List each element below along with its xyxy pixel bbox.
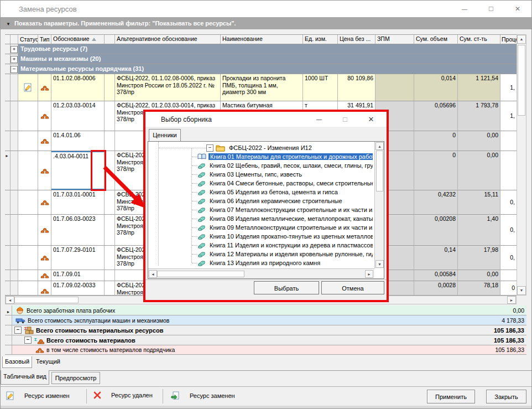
tree-root-fsbc-2022[interactable]: ФСБЦ-2022 - Изменения И12 [149, 143, 373, 152]
group-row-materials[interactable]: Материальные ресурсы подрядчика (31) [5, 64, 517, 74]
tree-item-book-10[interactable]: Книга 10 Изделия прокатно-тянутые из цве… [149, 232, 373, 241]
expand-minus-icon[interactable] [11, 66, 18, 73]
summary-row-machines[interactable]: Всего стоимость эксплуатации машин и мех… [5, 315, 526, 325]
summary-row-materials[interactable]: Σ Всего стоимость материалов 105 186,33 [5, 335, 526, 345]
tree-item-label: Книга 01 Материалы для строительных и до… [208, 153, 373, 160]
tree-vertical-scrollbar[interactable]: ▲ ▼ [374, 142, 384, 268]
expand-minus-icon[interactable] [14, 327, 22, 334]
scroll-right-icon[interactable]: ► [365, 270, 373, 278]
col-alt[interactable]: Альтернативное обоснование [115, 35, 221, 44]
minimize-icon[interactable] [458, 4, 471, 13]
collapse-arrow-icon [6, 17, 11, 30]
tree-connector [192, 219, 197, 219]
tree-item-book-04[interactable]: Книга 04 Смеси бетонные, растворы, смеси… [149, 179, 373, 188]
tree-connector [192, 245, 197, 246]
type-cell [38, 101, 51, 131]
status-cell [18, 101, 38, 131]
material-bricks-icon [40, 85, 49, 91]
expand-minus-icon[interactable] [206, 144, 213, 152]
tab-base[interactable]: Базовый [2, 356, 32, 368]
scrollbar-thumb[interactable] [157, 271, 244, 277]
percent-cell: 0, [500, 190, 517, 214]
dialog-titlebar: Выбор сборника [145, 112, 387, 127]
type-cell [38, 151, 51, 190]
col-percent[interactable]: Проце [500, 35, 517, 44]
tree-item-book-08[interactable]: Книга 08 Изделия металлические, металлоп… [149, 214, 373, 223]
scroll-left-icon[interactable]: ◄ [149, 270, 157, 278]
summary-value: 105 186,33 [495, 346, 526, 353]
cost-cell: 17,98 [458, 246, 500, 270]
summary-value: 105 186,33 [494, 327, 526, 334]
tree-item-book-06[interactable]: Книга 06 Изделия керамические строительн… [149, 196, 373, 205]
group-row-labor[interactable]: Трудовые ресурсы (7) [5, 44, 517, 54]
cancel-button[interactable]: Отмена [321, 281, 384, 294]
volume-cell: 0,00208 [414, 215, 458, 245]
col-name[interactable]: Наименование [221, 35, 303, 44]
col-status[interactable]: Статус [18, 35, 38, 44]
tree-item-label: Книга 09 Металлоконструкции строительные… [208, 224, 373, 231]
collection-select-dialog: Выбор сборника Ценники ФСБЦ-2022 - Измен… [143, 110, 389, 302]
select-button[interactable]: Выбрать [254, 281, 319, 294]
col-spacer[interactable] [105, 35, 115, 44]
type-cell [38, 74, 51, 101]
code-editor-value[interactable]: .4.03.04-0011 [53, 153, 88, 159]
tab-table-view[interactable]: Табличный вид [1, 370, 49, 385]
scroll-up-icon[interactable]: ▲ [517, 35, 526, 44]
tree-item-book-07[interactable]: Книга 07 Металлоконструкции строительные… [149, 205, 373, 214]
tree-item-book-09[interactable]: Книга 09 Металлоконструкции строительные… [149, 223, 373, 232]
annotation-arrow [101, 163, 152, 214]
material-bricks-icon [40, 272, 49, 278]
col-zpm[interactable]: ЗПМ [375, 35, 414, 44]
tab-current[interactable]: Текущий [36, 358, 60, 365]
col-price[interactable]: Цена без ... [338, 35, 375, 44]
cost-cell: 1 793,78 [458, 101, 500, 131]
close-button[interactable]: Закрыть [486, 390, 526, 403]
scroll-up-icon[interactable]: ▲ [375, 142, 384, 150]
dialog-close-icon[interactable] [366, 115, 377, 124]
percent-cell [500, 131, 517, 151]
open-book-icon [197, 153, 206, 160]
scroll-right-icon[interactable]: ► [507, 296, 516, 304]
tree-item-book-13[interactable]: Книга 13 Изделия из природного камня [149, 258, 373, 267]
apply-button[interactable]: Применить [427, 390, 475, 403]
close-icon[interactable] [512, 4, 524, 13]
scroll-down-icon[interactable]: ▼ [517, 286, 526, 295]
summary-row-wages[interactable]: Всего заработная плата рабочих 0,00 [5, 306, 526, 315]
filter-bar[interactable]: Показать параметры. Примененный фильтр: … [1, 17, 531, 29]
cost-cell: 0,00 [458, 151, 500, 190]
dialog-maximize-icon[interactable] [340, 115, 351, 124]
tab-price-lists[interactable]: Ценники [149, 129, 181, 141]
expand-plus-icon[interactable] [11, 56, 18, 63]
maximize-icon[interactable] [485, 4, 497, 13]
col-unit[interactable]: Ед. изм. [303, 35, 338, 44]
resource-replacement-window: Замена ресурсов Показать параметры. Прим… [0, 0, 532, 409]
tree-item-book-03[interactable]: Книга 03 Цементы, гипс, известь [149, 170, 373, 179]
col-type[interactable]: Тип [38, 35, 51, 44]
materials-sum-icon: Σ [24, 326, 34, 335]
scrollbar-thumb[interactable] [376, 151, 383, 191]
summary-row-material-resources[interactable]: Σ Всего стоимость материальных ресурсов … [5, 325, 526, 335]
col-cost[interactable]: Сум. ст-ть [458, 35, 500, 44]
tree-horizontal-scrollbar[interactable]: ◄ ► [148, 268, 374, 278]
summary-row-contractor-materials[interactable]: в том числе стоимость материалов подрядч… [5, 345, 526, 355]
table-row[interactable]: 01.1.02.08-0006 ФСБЦ-2022, 01.1.02.08-00… [5, 74, 517, 101]
table-vertical-scrollbar[interactable]: ▲ ▼ [517, 34, 526, 296]
col-code[interactable]: Обоснование [51, 35, 105, 44]
scrollbar-thumb[interactable] [14, 297, 79, 303]
tree-item-book-12[interactable]: Книга 12 Материалы и изделия кровельные … [149, 250, 373, 258]
scroll-left-icon[interactable]: ◄ [6, 296, 14, 304]
tree-item-book-05[interactable]: Книга 05 Изделия из бетона, цемента и ги… [149, 188, 373, 196]
expand-minus-icon[interactable] [24, 336, 32, 344]
dialog-minimize-icon[interactable] [314, 115, 325, 124]
expand-plus-icon[interactable] [11, 46, 18, 53]
code-cell: 01.7.09.02-0033 [51, 281, 105, 295]
tree-item-book-02[interactable]: Книга 02 Щебень, гравий, песок, шлаки, с… [149, 161, 373, 170]
tree-item-book-11[interactable]: Книга 11 Изделия и конструкции из дерева… [149, 241, 373, 250]
col-volume[interactable]: Сум. объем [414, 35, 458, 44]
scrollbar-thumb[interactable] [518, 45, 525, 116]
tab-preview[interactable]: Предпросмотр [51, 372, 100, 384]
scroll-down-icon[interactable]: ▼ [375, 260, 384, 268]
group-row-machines[interactable]: Машины и механизмы (20) [5, 54, 517, 64]
header-marker [5, 35, 11, 44]
tree-item-book-01[interactable]: Книга 01 Материалы для строительных и до… [149, 152, 373, 161]
